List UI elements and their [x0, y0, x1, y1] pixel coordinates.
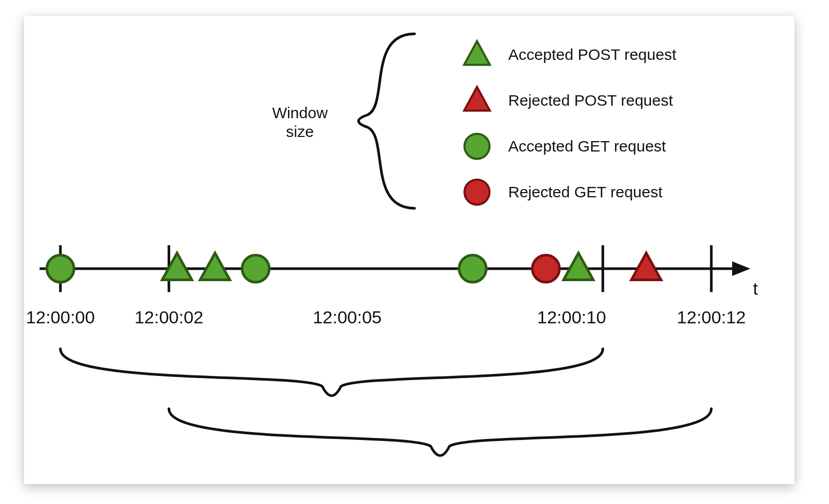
get-accepted-2	[242, 255, 269, 282]
get-accepted-3	[459, 255, 486, 282]
axis-tick-label: 12:00:12	[677, 307, 746, 327]
post-accepted-2	[200, 253, 230, 280]
get-accepted-1	[47, 255, 74, 282]
legend-label: Accepted POST request	[508, 46, 677, 63]
axis-tick-label: 12:00:05	[313, 307, 382, 327]
post-rejected-1	[632, 253, 661, 280]
post-accepted-3	[563, 253, 593, 280]
triangle-accepted-icon	[464, 41, 489, 65]
axis-tick-label: 12:00:02	[134, 307, 203, 327]
get-rejected-1	[532, 255, 559, 282]
axis-arrow-icon	[732, 261, 750, 276]
window-size-brace-icon	[359, 34, 415, 208]
legend-label: Accepted GET request	[508, 137, 667, 155]
legend-label: Rejected GET request	[508, 183, 663, 200]
legend-label: Rejected POST request	[508, 92, 673, 109]
circle-rejected-icon	[464, 180, 489, 205]
diagram-panel: Accepted POST requestRejected POST reque…	[24, 16, 795, 484]
circle-accepted-icon	[464, 134, 489, 159]
axis-tick-label: 12:00:00	[26, 307, 95, 327]
window-1-brace-icon	[60, 349, 603, 396]
axis-label: t	[753, 279, 758, 298]
legend-item: Rejected POST request	[464, 87, 673, 111]
window-size-label: Window	[272, 104, 328, 121]
window-2-brace-icon	[169, 409, 711, 456]
legend-item: Rejected GET request	[464, 180, 663, 205]
triangle-rejected-icon	[464, 87, 489, 111]
legend-item: Accepted GET request	[464, 134, 667, 159]
legend-item: Accepted POST request	[464, 41, 676, 65]
diagram-svg: Accepted POST requestRejected POST reque…	[24, 16, 795, 484]
post-accepted-1	[162, 253, 192, 280]
axis-tick-label: 12:00:10	[537, 307, 606, 327]
window-size-label: size	[286, 123, 313, 140]
